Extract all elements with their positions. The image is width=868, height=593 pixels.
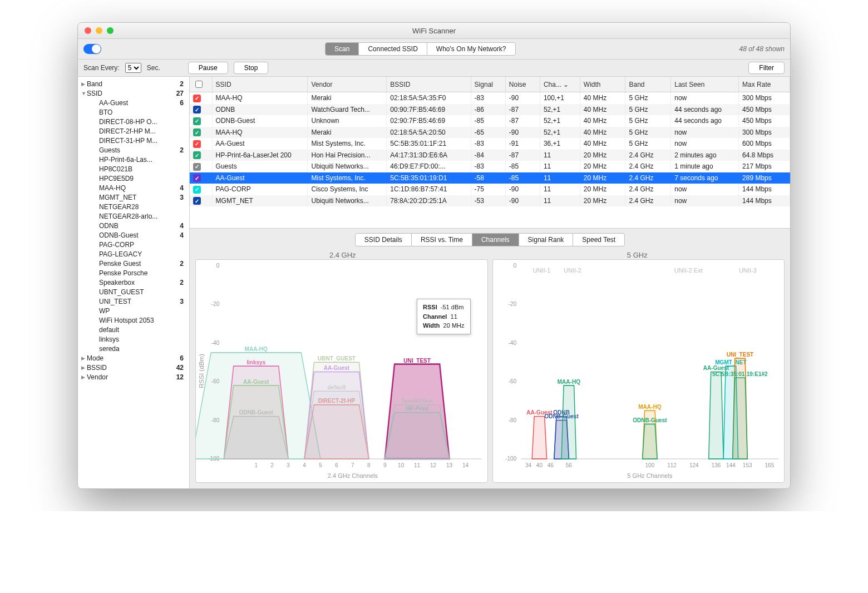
sidebar-item-hp8c021b[interactable]: HP8C021B xyxy=(78,164,189,174)
scan-interval-select[interactable]: 5 xyxy=(125,63,141,73)
table-row[interactable]: ✓MGMT_NETUbiquiti Networks...78:8A:20:2D… xyxy=(190,195,790,207)
network-table[interactable]: SSIDVendorBSSIDSignalNoiseCha... ⌄WidthB… xyxy=(190,77,790,229)
disclosure-icon: ▶ xyxy=(81,365,87,370)
sidebar-label: Band xyxy=(87,80,172,88)
sidebar-item-odnb-guest[interactable]: ODNB-Guest4 xyxy=(78,230,189,240)
sidebar-label: BSSID xyxy=(87,364,172,372)
filter-button[interactable]: Filter xyxy=(748,62,785,74)
tab-connected-ssid[interactable]: Connected SSID xyxy=(359,43,427,55)
svg-text:-40: -40 xyxy=(508,339,516,345)
svg-text:10: 10 xyxy=(398,462,404,468)
col-Vendor[interactable]: Vendor xyxy=(308,77,387,92)
sidebar-label: MGMT_NET xyxy=(99,194,172,201)
row-color-checkbox[interactable]: ✓ xyxy=(193,95,201,102)
table-row[interactable]: ✓ODNBWatchGuard Tech...00:90:7F:B5:46:69… xyxy=(190,104,790,116)
sidebar-item-netgear28[interactable]: NETGEAR28 xyxy=(78,202,189,211)
sidebar-item-default[interactable]: default xyxy=(78,325,189,334)
sidebar-item-aa-guest[interactable]: AA-Guest6 xyxy=(78,98,189,107)
col-BSSID[interactable]: BSSID xyxy=(387,77,471,92)
svg-text:40: 40 xyxy=(536,462,542,468)
table-row[interactable]: ✓ODNB-GuestUnknown02:90:7F:B5:46:69-85-8… xyxy=(190,115,790,127)
sidebar-item-direct-08-hp-o-[interactable]: DIRECT-08-HP O... xyxy=(78,117,189,126)
sidebar-item-netgear28-arlo-[interactable]: NETGEAR28-arlo... xyxy=(78,211,189,221)
sidebar-item-vendor[interactable]: ▶Vendor12 xyxy=(78,372,189,382)
svg-text:UNII-1: UNII-1 xyxy=(532,267,550,274)
sidebar-item-pag-legacy[interactable]: PAG-LEGACY xyxy=(78,249,189,259)
col-Signal[interactable]: Signal xyxy=(471,77,505,92)
sidebar-label: Penske Porsche xyxy=(99,269,172,277)
row-color-checkbox[interactable]: ✓ xyxy=(193,174,201,182)
table-row[interactable]: ✓AA-GuestMist Systems, Inc.5C:5B:35:01:1… xyxy=(190,138,790,150)
svg-text:1: 1 xyxy=(254,462,258,468)
table-header[interactable]: SSIDVendorBSSIDSignalNoiseCha... ⌄WidthB… xyxy=(190,77,790,92)
row-color-checkbox[interactable]: ✓ xyxy=(193,186,201,194)
detail-tab-channels[interactable]: Channels xyxy=(472,234,519,246)
disclosure-icon: ▼ xyxy=(81,91,87,96)
pause-button[interactable]: Pause xyxy=(188,62,228,74)
sidebar-item-maa-hq[interactable]: MAA-HQ4 xyxy=(78,183,189,192)
row-color-checkbox[interactable]: ✓ xyxy=(193,140,201,148)
sidebar-item-uni-test[interactable]: UNI_TEST3 xyxy=(78,296,189,306)
row-color-checkbox[interactable]: ✓ xyxy=(193,197,201,205)
sidebar-item-speakerbox[interactable]: Speakerbox2 xyxy=(78,278,189,287)
stop-button[interactable]: Stop xyxy=(234,62,269,74)
row-color-checkbox[interactable]: ✓ xyxy=(193,129,201,136)
sidebar-item-penske-porsche[interactable]: Penske Porsche xyxy=(78,268,189,278)
detail-tab-ssid-details[interactable]: SSID Details xyxy=(356,234,412,246)
col-Noise[interactable]: Noise xyxy=(505,77,540,92)
col-Last Seen[interactable]: Last Seen xyxy=(671,77,739,92)
tab-scan[interactable]: Scan xyxy=(326,43,359,55)
sidebar-label: HPC9E5D9 xyxy=(99,175,172,182)
chart-24ghz[interactable]: 0-20-40-60-80-100RSSI (dBm)1234567891011… xyxy=(195,259,488,483)
row-color-checkbox[interactable]: ✓ xyxy=(193,151,201,159)
chart-tooltip: RSSI -51 dBm Channel 11 Width 20 MHz xyxy=(417,299,470,334)
detail-tab-speed-test[interactable]: Speed Test xyxy=(573,234,624,246)
sidebar-item-hp-print-6a-las-[interactable]: HP-Print-6a-Las... xyxy=(78,155,189,164)
row-color-checkbox[interactable]: ✓ xyxy=(193,163,201,171)
sidebar-label: Speakerbox xyxy=(99,279,172,286)
sidebar-item-bssid[interactable]: ▶BSSID42 xyxy=(78,363,189,372)
table-row[interactable]: ✓AA-GuestMist Systems, Inc.5C:5B:35:01:1… xyxy=(190,172,790,184)
row-color-checkbox[interactable]: ✓ xyxy=(193,117,201,125)
sidebar-item-direct-2f-hp-m-[interactable]: DIRECT-2f-HP M... xyxy=(78,126,189,136)
col-Band[interactable]: Band xyxy=(625,77,671,92)
sidebar-item-ubnt-guest[interactable]: UBNT_GUEST xyxy=(78,287,189,296)
table-row[interactable]: ✓GuestsUbiquiti Networks...46:D9:E7:FD:0… xyxy=(190,161,790,172)
sidebar-item-band[interactable]: ▶Band2 xyxy=(78,79,189,88)
sidebar-item-wp[interactable]: WP xyxy=(78,306,189,315)
power-toggle[interactable] xyxy=(83,44,101,54)
col-Max Rate[interactable]: Max Rate xyxy=(739,77,790,92)
sidebar-item-mgmt-net[interactable]: MGMT_NET3 xyxy=(78,192,189,202)
sidebar-item-linksys[interactable]: linksys xyxy=(78,334,189,344)
sidebar-item-wifi-hotspot-2053[interactable]: WiFi Hotspot 2053 xyxy=(78,315,189,325)
main-panel: SSIDVendorBSSIDSignalNoiseCha... ⌄WidthB… xyxy=(190,77,790,488)
sidebar-item-bto[interactable]: BTO xyxy=(78,107,189,117)
detail-tab-rssi-vs-time[interactable]: RSSI vs. Time xyxy=(412,234,472,246)
tab-who-s-on-my-network-[interactable]: Who's On My Network? xyxy=(427,43,515,55)
col-Width[interactable]: Width xyxy=(580,77,625,92)
sidebar-item-guests[interactable]: Guests2 xyxy=(78,145,189,155)
detail-tab-signal-rank[interactable]: Signal Rank xyxy=(519,234,574,246)
sidebar-item-penske-guest[interactable]: Penske Guest2 xyxy=(78,259,189,268)
row-color-checkbox[interactable]: ✓ xyxy=(193,106,201,113)
table-row[interactable]: ✓MAA-HQMeraki02:18:5A:5A:35:F0-83-90100,… xyxy=(190,92,790,104)
detail-tabs: SSID DetailsRSSI vs. TimeChannelsSignal … xyxy=(355,233,625,246)
sidebar-item-mode[interactable]: ▶Mode6 xyxy=(78,353,189,363)
sidebar-label: PAG-CORP xyxy=(99,241,172,249)
table-row[interactable]: ✓HP-Print-6a-LaserJet 200Hon Hai Precisi… xyxy=(190,150,790,161)
sidebar-item-pag-corp[interactable]: PAG-CORP xyxy=(78,240,189,249)
col-Cha... ⌄[interactable]: Cha... ⌄ xyxy=(540,77,580,92)
svg-text:AA-Guest: AA-Guest xyxy=(324,365,350,371)
table-row[interactable]: ✓MAA-HQMeraki02:18:5A:5A:20:50-65-9052,+… xyxy=(190,127,790,139)
sidebar-item-hpc9e5d9[interactable]: HPC9E5D9 xyxy=(78,174,189,183)
table-row[interactable]: ✓PAG-CORPCisco Systems, Inc1C:1D:86:B7:5… xyxy=(190,184,790,195)
sidebar-item-sereda[interactable]: sereda xyxy=(78,344,189,353)
sidebar-item-odnb[interactable]: ODNB4 xyxy=(78,221,189,230)
sidebar-item-direct-31-hp-m-[interactable]: DIRECT-31-HP M... xyxy=(78,136,189,145)
sidebar-item-ssid[interactable]: ▼SSID27 xyxy=(78,88,189,98)
col-SSID[interactable]: SSID xyxy=(212,77,308,92)
svg-text:0: 0 xyxy=(216,262,220,268)
select-all-checkbox[interactable] xyxy=(195,81,203,88)
col-check[interactable] xyxy=(190,77,212,92)
chart-5ghz[interactable]: 0-20-40-60-80-10034404656100112124136144… xyxy=(492,259,785,483)
